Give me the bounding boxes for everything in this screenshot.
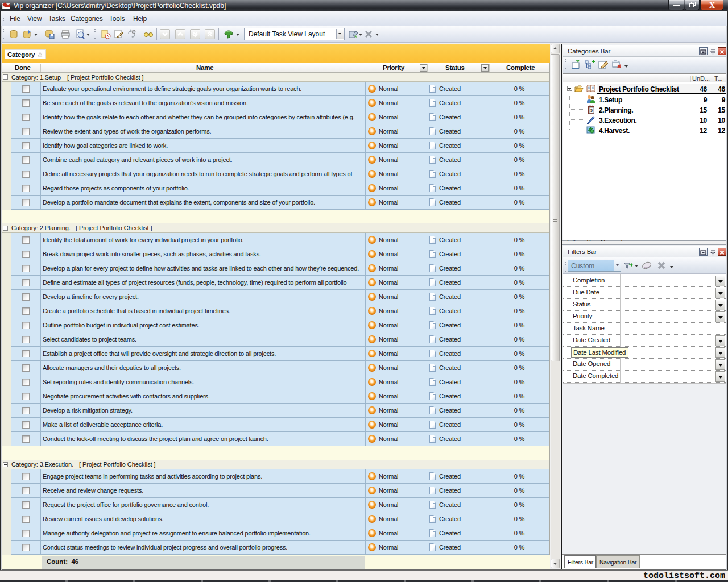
svg-text:5: 5 <box>590 109 593 113</box>
